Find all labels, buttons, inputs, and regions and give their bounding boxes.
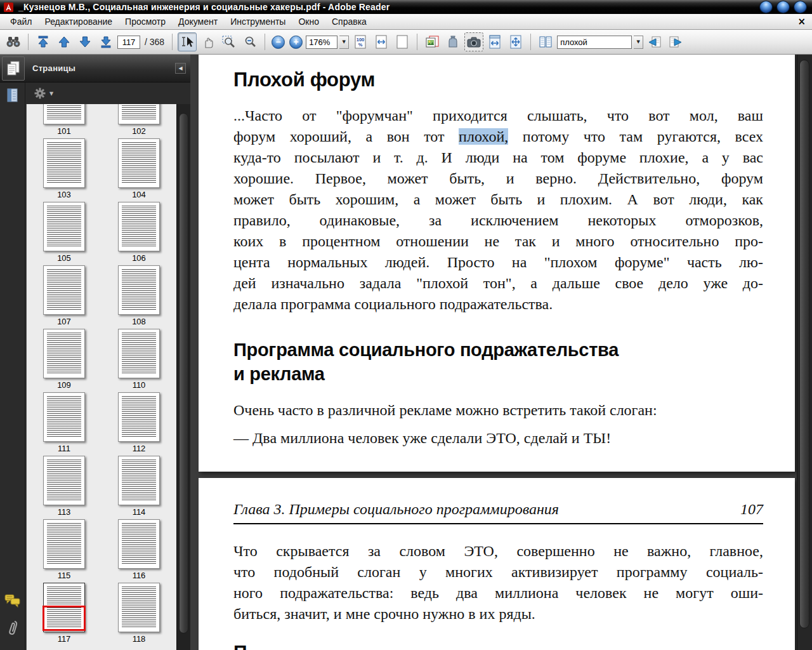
fit-width-view-button[interactable] xyxy=(485,32,504,51)
select-tool-button[interactable] xyxy=(178,32,197,51)
thumbnail-page-118[interactable]: 118 xyxy=(102,583,176,646)
next-page-button[interactable] xyxy=(75,32,95,51)
sign-tool-button[interactable] xyxy=(443,32,462,51)
text-line: правило, одинаковые, за исключением неко… xyxy=(233,210,763,231)
thumbnail-label: 107 xyxy=(57,317,71,326)
running-header: Глава 3. Примеры социального программиро… xyxy=(233,501,763,524)
slogan-line: — Два миллиона человек уже сделали ЭТО, … xyxy=(233,428,763,449)
maximize-button[interactable] xyxy=(776,1,790,13)
previous-page-button[interactable] xyxy=(55,32,74,51)
thumbnail-page-107[interactable]: 107 xyxy=(27,265,102,329)
text-line: Что скрывается за словом ЭТО, совершенно… xyxy=(233,541,763,562)
actual-size-icon: 100 % xyxy=(353,34,367,50)
menu-item-7[interactable]: Справка xyxy=(325,15,373,29)
minimize-button[interactable] xyxy=(759,1,773,13)
search-dropdown-caret[interactable]: ▼ xyxy=(634,36,643,49)
gear-icon xyxy=(33,86,47,100)
text-line: делала программа социального подражатель… xyxy=(233,294,763,315)
first-page-button[interactable] xyxy=(34,32,53,51)
menu-item-6[interactable]: Окно xyxy=(292,15,325,29)
thumbnail-image xyxy=(118,519,160,569)
camera-icon xyxy=(466,36,481,48)
sidebar-scrollbar-thumb[interactable] xyxy=(179,113,188,633)
thumbnail-image xyxy=(118,583,160,632)
fit-visible-button[interactable] xyxy=(506,32,525,51)
thumbnail-page-113[interactable]: 113 xyxy=(27,456,102,519)
find-next-button[interactable] xyxy=(666,32,685,51)
menu-item-4[interactable]: Документ xyxy=(172,15,224,29)
zoom-dropdown-caret[interactable]: ▼ xyxy=(339,36,349,49)
thumbnail-page-103[interactable]: 103 xyxy=(27,138,102,202)
pages-icon xyxy=(6,60,21,77)
close-button[interactable] xyxy=(794,1,807,13)
thumbnail-image xyxy=(43,583,85,632)
thumbnail-image xyxy=(43,392,85,442)
thumbnail-page-104[interactable]: 104 xyxy=(102,138,176,202)
first-page-icon xyxy=(37,36,49,48)
thumbnail-page-111[interactable]: 111 xyxy=(27,392,102,456)
page-display-button[interactable] xyxy=(422,32,442,51)
thumbnail-image xyxy=(43,104,85,124)
pages-panel-button[interactable] xyxy=(2,56,25,81)
binoculars-icon xyxy=(6,36,21,48)
thumbnail-page-110[interactable]: 110 xyxy=(102,329,176,392)
sidebar-scrollbar[interactable] xyxy=(176,104,190,650)
find-previous-button[interactable] xyxy=(645,32,664,51)
fit-width-icon xyxy=(374,34,388,50)
fit-page-button[interactable] xyxy=(393,32,412,51)
thumbnail-page-116[interactable]: 116 xyxy=(102,519,176,583)
paragraph: ...Часто от "форумчан" приходится слышат… xyxy=(233,105,763,315)
panel-options-button[interactable]: ▼ xyxy=(33,86,53,100)
menubar-close-icon[interactable]: × xyxy=(797,16,806,27)
comments-panel-button[interactable] xyxy=(3,590,23,612)
thumbnail-page-117[interactable]: 117 xyxy=(27,583,102,646)
thumbnail-page-115[interactable]: 115 xyxy=(27,519,102,583)
text-line: коих в процентном отношении не так и мно… xyxy=(233,231,763,252)
search-input[interactable] xyxy=(557,36,632,49)
zoom-in-button[interactable] xyxy=(289,36,303,49)
zoom-out-tool-button[interactable] xyxy=(240,32,259,51)
collapse-panel-button[interactable]: ◀ xyxy=(175,63,186,74)
page-number-input[interactable] xyxy=(117,36,140,49)
menu-item-1[interactable]: Файл xyxy=(4,15,38,29)
heading-line: Программа социального подражательства xyxy=(233,338,763,362)
marquee-zoom-button[interactable] xyxy=(219,32,239,51)
snapshot-tool-button[interactable] xyxy=(464,32,483,51)
zoom-level-input[interactable] xyxy=(306,36,337,49)
thumbnail-label: 102 xyxy=(132,126,146,136)
two-page-view-icon xyxy=(538,35,553,49)
thumbnail-image xyxy=(43,202,85,251)
search-binoculars-button[interactable] xyxy=(4,32,23,51)
two-page-view-button[interactable] xyxy=(536,32,555,51)
bookmarks-icon xyxy=(5,88,20,104)
thumbnail-page-112[interactable]: 112 xyxy=(102,392,176,456)
zoom-out-button[interactable] xyxy=(272,36,285,49)
thumbnail-page-102[interactable]: 102 xyxy=(102,104,176,138)
thumbnail-page-114[interactable]: 114 xyxy=(102,456,176,519)
document-scrollbar-thumb[interactable] xyxy=(799,60,809,628)
thumbnail-label: 105 xyxy=(57,253,71,263)
current-view-rectangle[interactable] xyxy=(43,606,86,631)
thumbnail-label: 113 xyxy=(58,507,71,517)
thumbnail-page-106[interactable]: 106 xyxy=(102,202,176,265)
document-scrollbar[interactable] xyxy=(797,55,812,650)
thumbnail-page-105[interactable]: 105 xyxy=(27,202,102,265)
thumbnail-image xyxy=(43,138,85,188)
panel-icon-strip xyxy=(0,83,25,650)
menu-item-2[interactable]: Редактирование xyxy=(38,15,119,29)
thumbnail-page-101[interactable]: 101 xyxy=(27,104,102,138)
bookmarks-panel-button[interactable] xyxy=(3,85,23,107)
thumbnail-page-109[interactable]: 109 xyxy=(27,329,102,392)
fit-width-button[interactable] xyxy=(372,32,391,51)
menu-item-5[interactable]: Инструменты xyxy=(224,15,292,29)
find-next-icon xyxy=(668,35,683,49)
text-line: хорошие. Первое, может быть, и верно. Де… xyxy=(233,168,763,189)
attachments-panel-button[interactable] xyxy=(3,617,23,639)
hand-tool-button[interactable] xyxy=(199,32,218,51)
actual-size-button[interactable]: 100 % xyxy=(351,32,370,51)
menu-item-3[interactable]: Просмотр xyxy=(119,15,172,29)
thumbnail-image xyxy=(118,329,160,378)
chapter-title: Глава 3. Примеры социального программиро… xyxy=(233,501,559,518)
last-page-button[interactable] xyxy=(96,32,115,51)
thumbnail-page-108[interactable]: 108 xyxy=(102,265,176,329)
